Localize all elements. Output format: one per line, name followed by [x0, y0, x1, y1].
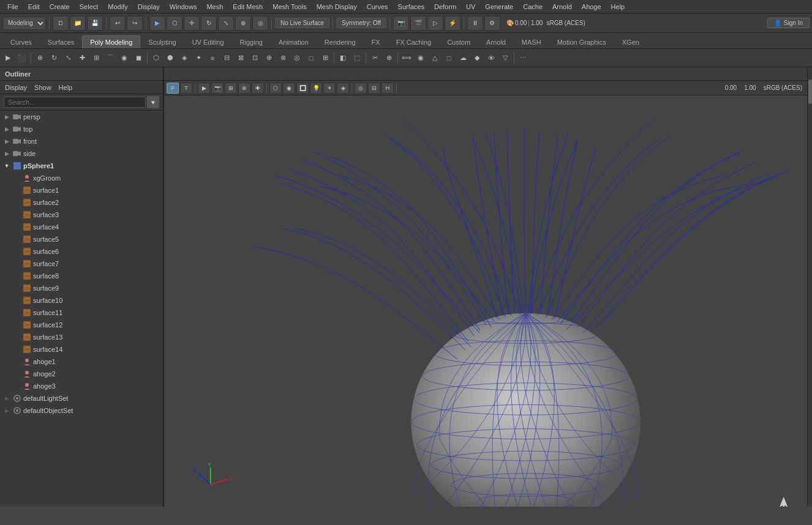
scale-tool-button[interactable]: ⤡ — [61, 51, 75, 65]
outliner-item-side[interactable]: ▶side — [0, 147, 163, 160]
outliner-item-surface2[interactable]: surface2 — [0, 196, 163, 209]
outliner-item-surface12[interactable]: surface12 — [0, 319, 163, 331]
camera-button[interactable]: 📷 — [393, 16, 409, 31]
outliner-item-surface1[interactable]: surface1 — [0, 184, 163, 196]
menu-item-file[interactable]: File — [2, 2, 23, 12]
menu-item-ahoge[interactable]: Ahoge — [577, 2, 606, 12]
tab-surfaces[interactable]: Surfaces — [40, 35, 82, 48]
menu-item-help[interactable]: Help — [606, 2, 630, 12]
expand-icon-pSphere1[interactable]: ▼ — [2, 162, 11, 170]
soften-button[interactable]: ☁ — [456, 51, 470, 65]
menu-item-display[interactable]: Display — [133, 2, 165, 12]
outliner-item-psphere1[interactable]: ▼pSphere1 — [0, 160, 163, 172]
multi-cut-button[interactable]: ✂ — [368, 51, 382, 65]
ipr-button[interactable]: ⚡ — [445, 16, 461, 31]
expand-icon-surface11[interactable] — [12, 308, 21, 317]
vp-lights-btn[interactable]: 💡 — [310, 83, 322, 94]
duplicate-button[interactable]: ⊞ — [318, 51, 332, 65]
crease-button[interactable]: ✦ — [192, 51, 205, 65]
undo-button[interactable]: ↩ — [110, 16, 126, 31]
connect-button[interactable]: ⊠ — [234, 51, 247, 65]
outliner-help-menu[interactable]: Help — [59, 84, 73, 91]
move-button[interactable]: ✛ — [184, 16, 200, 31]
vp-textured-btn[interactable]: 🔳 — [296, 83, 309, 94]
move-tool-button[interactable]: ⊕ — [33, 51, 47, 65]
insert-edgeloop-button[interactable]: ≡ — [206, 51, 219, 65]
outliner-item-surface7[interactable]: surface7 — [0, 258, 163, 270]
menu-item-mesh-tools[interactable]: Mesh Tools — [268, 2, 311, 12]
outliner-item-xggroom[interactable]: xgGroom — [0, 172, 163, 184]
tab-curves[interactable]: Curves — [2, 35, 40, 48]
scale-button[interactable]: ⤡ — [218, 16, 234, 31]
snap-to-grid-button[interactable]: ⊞ — [89, 51, 103, 65]
menu-item-mesh-display[interactable]: Mesh Display — [312, 2, 362, 12]
outliner-item-surface8[interactable]: surface8 — [0, 270, 163, 282]
vp-overlay-btn[interactable]: ⊟ — [368, 83, 380, 94]
outliner-show-menu[interactable]: Show — [34, 84, 51, 91]
menu-item-deform[interactable]: Deform — [429, 2, 461, 12]
rotate-tool-button[interactable]: ↻ — [47, 51, 61, 65]
expand-icon-front[interactable]: ▶ — [2, 137, 11, 146]
menu-item-surfaces[interactable]: Surfaces — [393, 2, 429, 12]
universal-manip-button[interactable]: ⊕ — [235, 16, 251, 31]
menu-item-modify[interactable]: Modify — [103, 2, 132, 12]
tab-uv-editing[interactable]: UV Editing — [184, 35, 232, 48]
paint-select-button[interactable]: ⬛ — [15, 51, 29, 65]
transform-tool-button[interactable]: ✚ — [75, 51, 89, 65]
outliner-item-surface11[interactable]: surface11 — [0, 307, 163, 319]
reduce-button[interactable]: ▽ — [498, 51, 512, 65]
workspace-dropdown[interactable]: Modeling — [2, 17, 46, 30]
outliner-item-surface6[interactable]: surface6 — [0, 245, 163, 258]
fill-hole-button[interactable]: □ — [304, 51, 318, 65]
outliner-item-defaultobjectset[interactable]: ▶defaultObjectSet — [0, 404, 163, 417]
snap-to-surface-button[interactable]: ◼ — [132, 51, 145, 65]
menu-item-create[interactable]: Create — [45, 2, 75, 12]
outliner-search-input[interactable] — [4, 97, 146, 108]
expand-icon-surface14[interactable] — [12, 345, 21, 354]
outliner-item-surface4[interactable]: surface4 — [0, 221, 163, 233]
bridge-button[interactable]: ⬢ — [164, 51, 177, 65]
expand-icon-xgGroom[interactable] — [12, 174, 21, 182]
soft-mod-button[interactable]: ◎ — [252, 16, 268, 31]
expand-icon-surface3[interactable] — [12, 210, 21, 219]
select-mode-button[interactable]: ▶ — [1, 51, 15, 65]
expand-icon-surface8[interactable] — [12, 272, 21, 280]
quad-button[interactable]: □ — [442, 51, 456, 65]
vp-wireframe-btn[interactable]: ⬡ — [269, 83, 282, 94]
expand-icon-defaultLightSet[interactable]: ▶ — [2, 394, 11, 403]
camera-top-btn[interactable]: T — [180, 83, 192, 94]
sign-in-button[interactable]: 👤 Sign In — [767, 18, 810, 28]
outliner-item-ahoge2[interactable]: ahoge2 — [0, 368, 163, 380]
select-button[interactable]: ▶ — [149, 16, 165, 31]
expand-icon-side[interactable]: ▶ — [2, 149, 11, 158]
new-file-button[interactable]: 🗋 — [53, 16, 69, 31]
expand-icon-defaultObjectSet[interactable]: ▶ — [2, 406, 11, 415]
outliner-item-ahoge1[interactable]: ahoge1 — [0, 356, 163, 368]
triangulate-button[interactable]: △ — [428, 51, 442, 65]
outliner-item-defaultlightset[interactable]: ▶defaultLightSet — [0, 392, 163, 404]
no-live-surface-indicator[interactable]: No Live Surface — [275, 18, 329, 28]
tab-mash[interactable]: MASH — [514, 35, 549, 48]
expand-icon-surface10[interactable] — [12, 296, 21, 305]
vp-hud-btn[interactable]: H — [382, 83, 394, 94]
menu-item-edit[interactable]: Edit — [23, 2, 45, 12]
settings-button[interactable]: ⚙ — [484, 16, 500, 31]
tab-fx-caching[interactable]: FX Caching — [388, 35, 439, 48]
playblast-btn[interactable]: ▶ — [198, 83, 210, 94]
symmetry-button[interactable]: Symmetry: Off — [336, 18, 386, 28]
expand-icon-surface6[interactable] — [12, 247, 21, 256]
outliner-item-ahoge3[interactable]: ahoge3 — [0, 380, 163, 392]
camera-perspective-btn[interactable]: P — [167, 83, 179, 94]
snap-to-point-button[interactable]: ◉ — [118, 51, 131, 65]
lasso-button[interactable]: ⬡ — [167, 16, 182, 31]
menu-item-generate[interactable]: Generate — [480, 2, 518, 12]
display-layer-button[interactable]: ⬚ — [350, 51, 364, 65]
smooth-button[interactable]: ◉ — [414, 51, 427, 65]
tab-fx[interactable]: FX — [364, 35, 388, 48]
menu-item-arnold[interactable]: Arnold — [547, 2, 577, 12]
expand-icon-surface12[interactable] — [12, 321, 21, 329]
expand-icon-surface4[interactable] — [12, 223, 21, 231]
pause-button[interactable]: ⏸ — [467, 16, 483, 31]
vp-pivot-btn[interactable]: ✚ — [252, 83, 264, 94]
expand-icon-ahoge3[interactable] — [12, 382, 21, 390]
